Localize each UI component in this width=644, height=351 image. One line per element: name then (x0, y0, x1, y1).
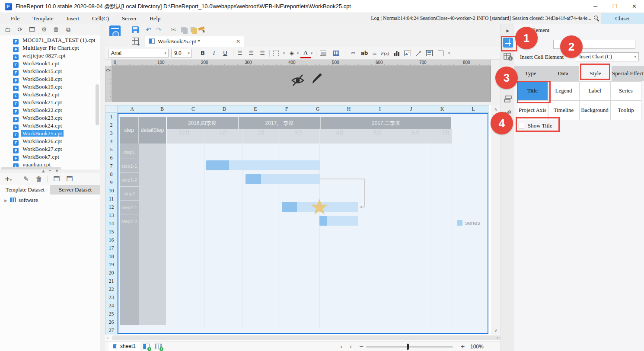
row-header-19[interactable]: 19 (105, 261, 118, 269)
row-header-8[interactable]: 8 (105, 170, 118, 179)
preview-dataset-icon[interactable]: 🗔︎ (51, 173, 62, 185)
cell-attributes-icon[interactable]: i (503, 51, 513, 62)
file-tree-item[interactable]: Fyuanban.cpt (0, 161, 95, 167)
row-header-9[interactable]: 9 (105, 179, 118, 187)
undo-icon[interactable]: ↶ (143, 24, 154, 36)
tab-special-effect[interactable]: Special Effect (612, 66, 644, 81)
menu-item-insert[interactable]: Insert (60, 13, 86, 24)
expand-arrow-icon[interactable]: ▶ (4, 196, 7, 205)
row-header-11[interactable]: 11 (105, 195, 118, 204)
scroll-down-icon[interactable]: ∨ (491, 328, 501, 333)
file-tree-item[interactable]: FWorkBook23.cpt (0, 114, 95, 122)
popup-box-icon[interactable] (438, 51, 443, 56)
align-center-icon[interactable]: ☰ (246, 47, 256, 60)
chart-icon[interactable] (394, 51, 400, 57)
bold-button[interactable]: B (198, 47, 208, 60)
row-header-12[interactable]: 12 (105, 203, 118, 212)
font-color-caret-icon[interactable]: ▾ (306, 47, 317, 60)
file-tree-item[interactable]: FWorkBook27.cpt (0, 145, 95, 153)
sheet-horizontal-scrollbar[interactable]: ‹ › (105, 335, 501, 341)
redo-icon[interactable]: ↷ (153, 24, 164, 36)
parameter-pane[interactable] (112, 66, 491, 102)
italic-button[interactable]: I (209, 47, 219, 60)
menu-item-template[interactable]: Template (26, 13, 60, 24)
row-header-6[interactable]: 6 (105, 154, 118, 163)
row-header-25[interactable]: 25 (105, 310, 118, 319)
refresh-icon[interactable]: ⟳ (15, 24, 25, 35)
row-header-23[interactable]: 23 (105, 294, 118, 302)
dataset-config-icon[interactable]: 🗔︎ (64, 173, 75, 185)
scroll-up-icon[interactable]: ∧ (491, 107, 501, 112)
zoom-out-icon[interactable]: − (359, 342, 364, 351)
column-header-F[interactable]: F (271, 105, 303, 113)
file-tree-item[interactable]: FWorkBook22.cpt (0, 106, 95, 114)
file-tree-vertical-scrollbar[interactable] (96, 84, 99, 125)
column-header-I[interactable]: I (364, 105, 396, 113)
settings-gear-icon[interactable]: ⚙ (39, 24, 49, 35)
collapse-panel-icon[interactable]: ▶ (503, 26, 513, 36)
file-tree-item[interactable]: FWorkBook1.cpt (0, 60, 95, 67)
zoom-slider-thumb[interactable] (407, 344, 409, 350)
file-tree-item[interactable]: FWorkBook7.cpt (0, 153, 95, 161)
column-header-L[interactable]: L (458, 105, 489, 113)
row-header-3[interactable]: 3 (105, 129, 118, 138)
align-right-icon[interactable]: ☰ (257, 47, 268, 60)
minimize-button[interactable]: ─ (586, 0, 605, 13)
style-subtab-label[interactable]: Label (579, 81, 610, 101)
font-size-select[interactable]: 9.0▾ (171, 49, 192, 57)
column-header-B[interactable]: B (147, 105, 178, 113)
image-icon[interactable] (404, 51, 411, 56)
column-header-D[interactable]: D (209, 105, 240, 113)
file-tree-item[interactable]: FMultilayer Pie Chart.cpt (0, 44, 95, 52)
file-tree-item[interactable]: FWorkBook15.cpt (0, 67, 95, 75)
line-tool-icon[interactable] (415, 50, 422, 57)
column-header-K[interactable]: K (427, 105, 458, 113)
subreport-icon[interactable] (426, 50, 433, 56)
account-button[interactable]: Chisei (601, 13, 644, 24)
close-button[interactable]: ✕ (625, 0, 644, 13)
sheet-vertical-scrollbar[interactable]: ∧ ∨ (491, 105, 501, 335)
add-report-sheet-icon[interactable] (143, 344, 150, 349)
row-header-22[interactable]: 22 (105, 285, 118, 294)
tab-data[interactable]: Data (547, 66, 579, 81)
view-panel-icon[interactable]: 🗖︎ (27, 24, 37, 35)
border-icon[interactable] (273, 51, 279, 56)
style-subtab-tooltip[interactable]: Tooltip (610, 101, 641, 120)
row-header-4[interactable]: 4 (105, 137, 118, 146)
new-tab-icon[interactable] (132, 38, 139, 45)
cut-icon[interactable]: ✂ (168, 24, 179, 36)
close-tab-icon[interactable]: ✕ (236, 36, 240, 47)
zoom-slider-track[interactable] (366, 346, 453, 348)
style-subtab-background[interactable]: Background (579, 101, 610, 120)
maximize-button[interactable]: ☐ (605, 0, 625, 13)
gantt-bar[interactable] (245, 174, 320, 184)
row-header-15[interactable]: 15 (105, 228, 118, 236)
format-painter-icon[interactable] (198, 27, 204, 33)
new-folder-icon[interactable]: 🗀︎ (3, 24, 13, 35)
prev-page-icon[interactable]: ‹ (340, 342, 342, 351)
menu-item-cellc[interactable]: Cell(C) (86, 13, 115, 24)
font-family-select[interactable]: Arial▾ (108, 49, 169, 57)
text-field-icon[interactable]: ▭ (348, 47, 358, 60)
row-header-1[interactable]: 1 (105, 113, 118, 121)
align-left-icon[interactable]: ☰ (235, 47, 245, 60)
row-header-20[interactable]: 20 (105, 269, 118, 278)
menu-item-server[interactable]: Server (115, 13, 143, 24)
copy-template-icon[interactable]: ⧉ (63, 24, 73, 35)
row-header-10[interactable]: 10 (105, 187, 118, 195)
dataset-tab-template-dataset[interactable]: Template Dataset (0, 185, 50, 195)
gantt-bar[interactable] (319, 216, 358, 226)
row-header-7[interactable]: 7 (105, 162, 118, 171)
style-subtab-series[interactable]: Series (610, 81, 641, 101)
column-header-G[interactable]: G (302, 105, 334, 113)
rich-text-icon[interactable]: ≡ (370, 47, 380, 60)
select-all-corner[interactable]: ⋮⋮⋮ (105, 105, 118, 113)
delete-dataset-icon[interactable]: 🗑︎ (33, 173, 45, 185)
row-header-5[interactable]: 5 (105, 146, 118, 154)
insert-chart-dropdown[interactable]: Insert Chart (C)▾ (576, 52, 639, 61)
column-header-C[interactable]: C (178, 105, 209, 113)
underline-button[interactable]: U (220, 47, 230, 60)
sheet-tab[interactable]: sheet1 (108, 342, 140, 351)
gantt-chart-object[interactable]: stepdetailStep2016,四季度2017,一季度2017,二季度12… (118, 113, 488, 334)
column-header-J[interactable]: J (395, 105, 427, 113)
